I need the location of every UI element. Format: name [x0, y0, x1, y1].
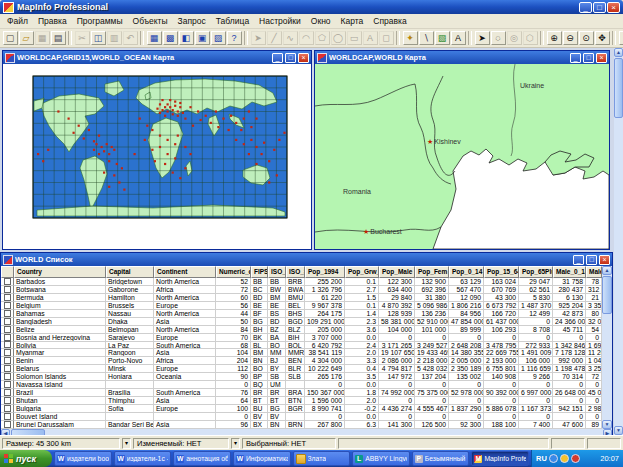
cell[interactable]: BK [251, 334, 268, 342]
cell[interactable]: 136 236 [415, 310, 449, 318]
cell[interactable]: Gaborone [106, 286, 154, 294]
cell[interactable]: 60 [216, 294, 251, 302]
cell[interactable]: BX [251, 421, 268, 429]
cell[interactable]: Africa [154, 286, 216, 294]
cell[interactable]: BTN [286, 397, 305, 405]
cell[interactable]: 3 707 000 [305, 334, 345, 342]
scroll-down-arrow[interactable]: ▼ [602, 420, 612, 429]
cell[interactable]: 0 [305, 413, 345, 421]
row-checkbox[interactable] [4, 310, 11, 317]
cell[interactable]: Thimphu [106, 397, 154, 405]
cell[interactable]: 61 437 000 [484, 318, 519, 326]
cell[interactable]: 76 [216, 389, 251, 397]
column-header-Pop_Male[interactable]: Pop_Male [379, 266, 415, 278]
cell[interactable]: 6 997 000 [519, 389, 553, 397]
scroll-right-arrow[interactable]: ▶ [603, 429, 612, 435]
map1-close-button[interactable]: × [298, 53, 309, 63]
cell[interactable]: 0 [484, 334, 519, 342]
row-select-cell[interactable] [1, 365, 14, 373]
cell[interactable]: 8 990 741 [305, 405, 345, 413]
cell[interactable]: BGD [286, 318, 305, 326]
cell[interactable]: 0 [519, 413, 553, 421]
cell[interactable]: 692 396 [415, 286, 449, 294]
menu-Запрос[interactable]: Запрос [173, 16, 211, 26]
cell[interactable]: 3.6 [345, 326, 379, 334]
cell[interactable]: BOL [286, 342, 305, 350]
cell[interactable]: 10 222 649 [305, 365, 345, 373]
row-select-cell[interactable] [1, 381, 14, 389]
cell[interactable]: BT [251, 397, 268, 405]
cell[interactable]: Navassa Island [14, 381, 106, 389]
cell[interactable]: 0 [379, 334, 415, 342]
cell[interactable]: 90 392 000 [484, 389, 519, 397]
cell[interactable]: 11 207 [586, 349, 602, 357]
cell[interactable]: 89 999 [449, 326, 484, 334]
cell[interactable]: 0 [484, 397, 519, 405]
marquee-select-button[interactable]: ◌ [491, 31, 506, 45]
cell[interactable]: 70 314 [553, 373, 586, 381]
cell[interactable]: 135 002 [449, 373, 484, 381]
cell[interactable]: 56 [216, 302, 251, 310]
cell[interactable]: 104 [216, 349, 251, 357]
cell[interactable]: BV [268, 413, 286, 421]
cell[interactable]: Bermuda [14, 294, 106, 302]
cell[interactable]: 264 175 [305, 310, 345, 318]
cell[interactable]: 0 [553, 413, 586, 421]
row-select-cell[interactable] [1, 349, 14, 357]
cell[interactable]: 1 806 216 [449, 302, 484, 310]
cell[interactable]: 1 045 [586, 357, 602, 365]
table-row[interactable]: MyanmarRangoonAsia104BMMMMMR38 541 1192.… [1, 349, 602, 357]
cell[interactable]: 4 436 274 [379, 405, 415, 413]
cell[interactable]: 126 500 [415, 421, 449, 429]
cell[interactable]: 75 375 000 [415, 389, 449, 397]
cell[interactable]: Brussels [106, 302, 154, 310]
cell[interactable]: Sarajevo [106, 334, 154, 342]
cell[interactable]: 1 487 370 [519, 302, 553, 310]
cell[interactable]: 255 200 [305, 278, 345, 286]
column-header-Pop_65Plus[interactable]: Pop_65Plus [519, 266, 553, 278]
cell[interactable]: Hamilton [106, 294, 154, 302]
cell[interactable]: BLR [286, 365, 305, 373]
cell[interactable]: 0.1 [345, 278, 379, 286]
cell[interactable]: 44 [216, 310, 251, 318]
cell[interactable]: Honiara [106, 373, 154, 381]
cell[interactable]: BA [268, 334, 286, 342]
new-browser-button[interactable]: ▦ [147, 31, 162, 45]
cell[interactable]: Oceania [154, 373, 216, 381]
cell[interactable]: 61 220 [305, 294, 345, 302]
row-checkbox[interactable] [4, 389, 11, 396]
map2-canvas[interactable]: Ukraine Romania ★Kishinev ★Bucharest [315, 64, 609, 249]
cell[interactable]: 0 [484, 381, 519, 389]
cell[interactable]: 52 978 000 [449, 389, 484, 397]
cell[interactable]: Bahamas [14, 310, 106, 318]
language-indicator[interactable]: RU [536, 454, 547, 463]
cell[interactable]: BY [268, 365, 286, 373]
column-header-Pop_15_64[interactable]: Pop_15_64 [484, 266, 519, 278]
tray-icon-1[interactable] [549, 454, 558, 463]
cell[interactable]: 4 555 467 [415, 405, 449, 413]
row-checkbox[interactable] [4, 373, 11, 380]
cell[interactable]: 3 358 [586, 302, 602, 310]
row-select-cell[interactable] [1, 405, 14, 413]
task-button-lingvo[interactable]: LABBYY Lingvo [352, 451, 410, 466]
column-header-ISO_3[interactable]: ISO_3 [286, 266, 305, 278]
browser-close-button[interactable]: × [599, 255, 610, 265]
cell[interactable]: 312 [586, 286, 602, 294]
cell[interactable]: BR [251, 389, 268, 397]
column-header-Male_15_6[interactable]: Male_15_6 [586, 266, 602, 278]
cell[interactable]: 19 107 650 [379, 349, 415, 357]
row-select-cell[interactable] [1, 421, 14, 429]
map-window-world[interactable]: WORLDCAP,WORLD Карта _ □ × [314, 50, 610, 250]
cell[interactable]: 5 096 986 [415, 302, 449, 310]
column-header-Male_0_14[interactable]: Male_0_14 [553, 266, 586, 278]
cell[interactable]: 92 300 [449, 421, 484, 429]
cell[interactable]: 0 [415, 334, 449, 342]
cell[interactable]: Africa [154, 357, 216, 365]
cell[interactable]: 0 [519, 318, 553, 326]
zoom-out-button[interactable]: ⊖ [563, 31, 578, 45]
cell[interactable]: 54 [586, 326, 602, 334]
cell[interactable]: 0 [519, 334, 553, 342]
cell[interactable]: 96 [216, 421, 251, 429]
cell[interactable]: 188 100 [484, 421, 519, 429]
column-header-Continent[interactable]: Continent [154, 266, 216, 278]
